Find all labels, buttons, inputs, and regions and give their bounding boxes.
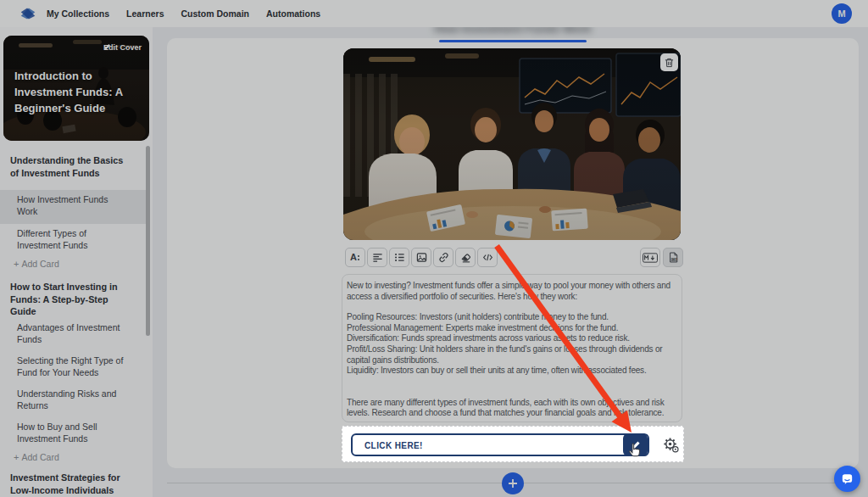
pencil-icon xyxy=(631,440,641,450)
gear-icon xyxy=(663,437,679,453)
cta-button[interactable]: CLICK HERE! xyxy=(351,433,649,456)
cta-settings-button[interactable] xyxy=(662,436,679,453)
dim-overlay xyxy=(0,0,868,497)
chat-widget-button[interactable] xyxy=(834,466,860,492)
chat-icon xyxy=(840,472,854,486)
cta-label: CLICK HERE! xyxy=(364,440,423,450)
cta-block: CLICK HERE! xyxy=(342,426,684,462)
cta-edit-button[interactable] xyxy=(623,433,648,456)
